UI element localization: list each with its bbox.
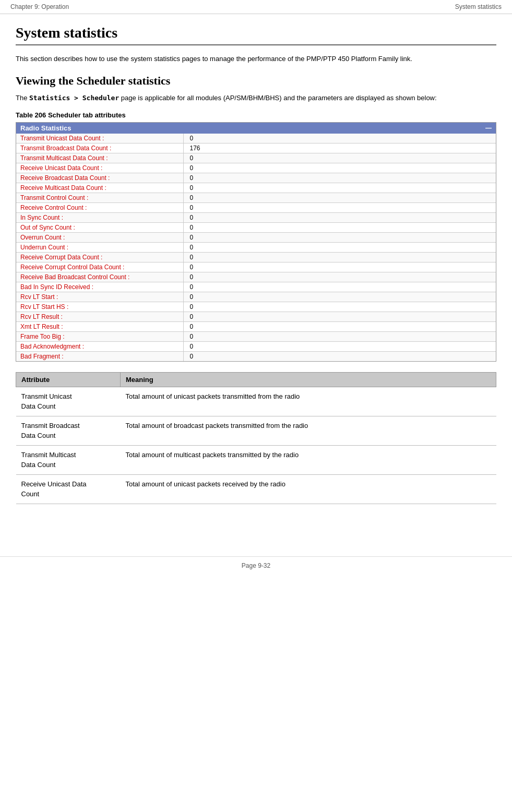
radio-stat-label: Frame Too Big : (16, 331, 183, 341)
attr-name: Transmit UnicastData Count (16, 387, 121, 416)
radio-stats-row: Transmit Control Count :0 (16, 193, 496, 202)
radio-stat-label: In Sync Count : (16, 212, 183, 222)
radio-stats-row: Rcv LT Result :0 (16, 312, 496, 321)
radio-stats-row: Transmit Multicast Data Count :0 (16, 153, 496, 163)
page-footer: Page 9-32 (0, 556, 512, 575)
radio-stat-value: 0 (183, 331, 496, 341)
radio-stat-value: 0 (183, 292, 496, 302)
attributes-table: Attribute Meaning Transmit UnicastData C… (16, 372, 496, 504)
scheduler-section-title: Viewing the Scheduler statistics (16, 74, 496, 88)
radio-stat-value: 0 (183, 193, 496, 202)
radio-stat-value: 0 (183, 262, 496, 272)
radio-stats-row: Rcv LT Start :0 (16, 292, 496, 302)
radio-stats-row: Receive Corrupt Data Count :0 (16, 252, 496, 262)
attr-table-row: Receive Unicast DataCountTotal amount of… (16, 474, 496, 504)
attr-table-row: Transmit UnicastData CountTotal amount o… (16, 387, 496, 416)
radio-stat-label: Rcv LT Start HS : (16, 302, 183, 312)
radio-stat-value: 0 (183, 222, 496, 232)
radio-stat-value: 0 (183, 212, 496, 222)
radio-stat-value: 176 (183, 143, 496, 153)
radio-stat-value: 0 (183, 341, 496, 351)
radio-stats-row: Frame Too Big :0 (16, 331, 496, 341)
radio-stat-value: 0 (183, 312, 496, 321)
radio-stat-label: Receive Broadcast Data Count : (16, 173, 183, 183)
radio-stat-value: 0 (183, 163, 496, 173)
radio-stats-row: Receive Control Count :0 (16, 202, 496, 212)
table-caption-text: Scheduler tab attributes (46, 111, 125, 119)
radio-stat-value: 0 (183, 202, 496, 212)
radio-stat-label: Receive Bad Broadcast Control Count : (16, 272, 183, 282)
radio-stats-table: Transmit Unicast Data Count :0Transmit B… (16, 134, 496, 361)
attr-name: Transmit MulticastData Count (16, 445, 121, 474)
attr-meaning: Total amount of multicast packets transm… (121, 445, 496, 474)
radio-stat-label: Transmit Unicast Data Count : (16, 134, 183, 144)
radio-stats-title: Radio Statistics (20, 124, 72, 132)
radio-stat-value: 0 (183, 134, 496, 144)
radio-stat-label: Transmit Control Count : (16, 193, 183, 202)
table-caption-label: Table 206 (16, 111, 46, 119)
radio-stat-label: Rcv LT Start : (16, 292, 183, 302)
attr-table-row: Transmit MulticastData CountTotal amount… (16, 445, 496, 474)
attr-col-meaning: Meaning (121, 372, 496, 387)
attr-name: Receive Unicast DataCount (16, 474, 121, 504)
section-description: This section describes how to use the sy… (16, 54, 496, 65)
radio-stats-panel: Radio Statistics — Transmit Unicast Data… (16, 122, 496, 362)
attr-meaning: Total amount of unicast packets received… (121, 474, 496, 504)
radio-stats-row: Receive Corrupt Control Data Count :0 (16, 262, 496, 272)
radio-stat-value: 0 (183, 302, 496, 312)
attr-name: Transmit BroadcastData Count (16, 416, 121, 445)
main-content: System statistics This section describes… (0, 14, 512, 535)
radio-stats-row: Overrun Count :0 (16, 232, 496, 242)
radio-stat-label: Rcv LT Result : (16, 312, 183, 321)
radio-stat-value: 0 (183, 282, 496, 292)
page-header: Chapter 9: Operation System statistics (0, 0, 512, 14)
radio-stat-label: Receive Control Count : (16, 202, 183, 212)
intro-text-before: The (16, 94, 29, 102)
radio-stats-row: Receive Bad Broadcast Control Count :0 (16, 272, 496, 282)
radio-stat-label: Receive Multicast Data Count : (16, 183, 183, 193)
radio-stat-label: Bad Fragment : (16, 351, 183, 361)
attr-table-header-row: Attribute Meaning (16, 372, 496, 387)
page-number: Page 9-32 (242, 562, 270, 569)
radio-stat-value: 0 (183, 351, 496, 361)
radio-stats-row: Transmit Unicast Data Count :0 (16, 134, 496, 144)
chapter-label: Chapter 9: Operation (10, 3, 69, 10)
radio-stat-value: 0 (183, 173, 496, 183)
radio-stat-label: Receive Corrupt Control Data Count : (16, 262, 183, 272)
radio-stats-row: In Sync Count :0 (16, 212, 496, 222)
intro-bold-ref: Statistics > Scheduler (29, 94, 119, 102)
radio-stat-value: 0 (183, 272, 496, 282)
radio-stat-value: 0 (183, 153, 496, 163)
table-caption: Table 206 Scheduler tab attributes (16, 111, 496, 119)
radio-stats-row: Bad In Sync ID Received :0 (16, 282, 496, 292)
section-label: System statistics (455, 3, 502, 10)
radio-stat-label: Transmit Broadcast Data Count : (16, 143, 183, 153)
radio-stats-row: Bad Fragment :0 (16, 351, 496, 361)
radio-stats-row: Receive Unicast Data Count :0 (16, 163, 496, 173)
radio-stats-row: Rcv LT Start HS :0 (16, 302, 496, 312)
radio-stats-row: Bad Acknowledgment :0 (16, 341, 496, 351)
radio-stat-label: Out of Sync Count : (16, 222, 183, 232)
radio-stat-label: Receive Corrupt Data Count : (16, 252, 183, 262)
attr-table-row: Transmit BroadcastData CountTotal amount… (16, 416, 496, 445)
radio-stat-label: Transmit Multicast Data Count : (16, 153, 183, 163)
attr-meaning: Total amount of unicast packets transmit… (121, 387, 496, 416)
intro-text-after: page is applicable for all modules (AP/S… (119, 94, 436, 102)
radio-stat-value: 0 (183, 183, 496, 193)
radio-stats-row: Xmt LT Result :0 (16, 321, 496, 331)
radio-stat-label: Underrun Count : (16, 242, 183, 252)
page-title: System statistics (16, 25, 496, 45)
radio-stat-value: 0 (183, 252, 496, 262)
minimize-button[interactable]: — (485, 124, 492, 132)
radio-stats-row: Out of Sync Count :0 (16, 222, 496, 232)
attr-meaning: Total amount of broadcast packets transm… (121, 416, 496, 445)
radio-stats-row: Transmit Broadcast Data Count :176 (16, 143, 496, 153)
radio-stat-value: 0 (183, 232, 496, 242)
radio-stat-label: Bad In Sync ID Received : (16, 282, 183, 292)
radio-stats-row: Receive Broadcast Data Count :0 (16, 173, 496, 183)
radio-stats-row: Underrun Count :0 (16, 242, 496, 252)
radio-stat-label: Xmt LT Result : (16, 321, 183, 331)
attr-col-attribute: Attribute (16, 372, 121, 387)
radio-stat-label: Receive Unicast Data Count : (16, 163, 183, 173)
radio-stat-label: Overrun Count : (16, 232, 183, 242)
